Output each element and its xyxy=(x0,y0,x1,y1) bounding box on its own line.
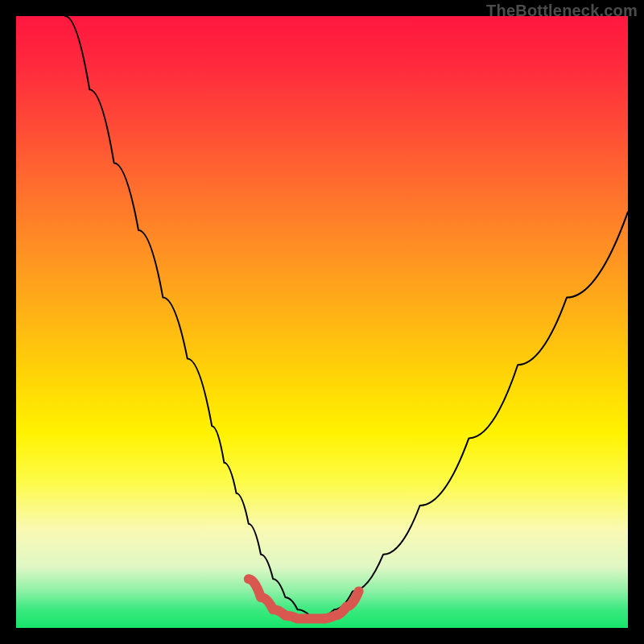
plot-area xyxy=(16,16,628,628)
main-curve xyxy=(65,16,628,616)
highlight-curve xyxy=(249,579,359,618)
curve-layer xyxy=(16,16,628,628)
chart-frame: TheBottleneck.com xyxy=(0,0,644,644)
